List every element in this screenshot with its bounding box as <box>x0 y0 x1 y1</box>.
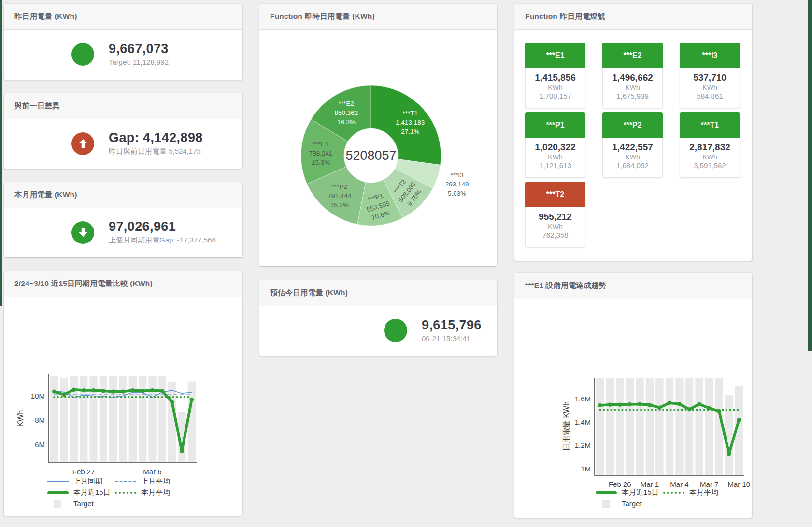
panel-function-status-lights: Function 昨日用電燈號 ***E11,415,856KWh1,700,1… <box>514 4 752 261</box>
series-marker[interactable] <box>91 388 95 392</box>
target-bar[interactable] <box>119 376 127 462</box>
series-marker[interactable] <box>727 452 731 456</box>
series-marker[interactable] <box>638 402 641 406</box>
target-bar[interactable] <box>158 376 166 462</box>
series-marker[interactable] <box>677 402 681 406</box>
arrow-up-icon <box>71 132 94 155</box>
series-marker[interactable] <box>150 388 154 392</box>
target-bar[interactable] <box>685 378 693 475</box>
comparison-line-bar-chart[interactable]: 6M8M10MKWhFeb 27Mar 6 <box>4 297 242 481</box>
panel-estimated-today: 預估今日用電量 (KWh) 9,615,796 06-21 15:34:41 <box>259 280 497 356</box>
target-bar[interactable] <box>60 378 68 462</box>
series-marker[interactable] <box>82 388 85 392</box>
legend-item[interactable]: 本月近15日 <box>47 488 115 497</box>
legend-label: Target <box>622 499 642 508</box>
target-bar[interactable] <box>666 378 673 475</box>
panel-header: 預估今日用電量 (KWh) <box>259 280 497 306</box>
legend-item[interactable]: 上月同期 <box>47 477 115 486</box>
tile-unit: KWh <box>603 153 662 161</box>
target-bar[interactable] <box>675 378 683 475</box>
target-bar[interactable] <box>616 378 624 475</box>
tile-header: ***E2 <box>602 43 663 68</box>
target-bar[interactable] <box>606 378 614 475</box>
series-marker[interactable] <box>141 389 144 393</box>
target-bar[interactable] <box>695 378 703 475</box>
target-bar[interactable] <box>646 378 654 475</box>
series-marker[interactable] <box>72 388 76 392</box>
stat-subtitle: 昨日與前日用電量 5,524,175 <box>109 147 203 156</box>
target-bar[interactable] <box>109 376 117 462</box>
legend-swatch-icon <box>47 481 69 482</box>
series-marker[interactable] <box>111 389 115 393</box>
target-bar[interactable] <box>636 378 643 475</box>
stat-value: 9,615,796 <box>422 318 482 333</box>
series-marker[interactable] <box>190 398 194 401</box>
legend-label: 本月平均 <box>141 488 170 497</box>
e1-trend-line-bar-chart[interactable]: 1M1.2M1.4M1.6M日用電量 KWhFeb 26Mar 1Mar 4Ma… <box>514 299 752 492</box>
series-marker[interactable] <box>170 400 174 404</box>
panel-title: 預估今日用電量 (KWh) <box>270 288 348 298</box>
legend-item[interactable]: 本月近15日 <box>596 488 663 497</box>
legend-label: 上月同期 <box>73 477 102 486</box>
series-marker[interactable] <box>618 403 622 407</box>
legend-item[interactable]: 上月平均 <box>115 477 183 486</box>
stat-estimate: 9,615,796 06-21 15:34:41 <box>259 306 497 355</box>
tile-header: ***P1 <box>525 112 585 138</box>
target-bar[interactable] <box>100 376 107 462</box>
tile-target: 1,700,157 <box>526 92 585 100</box>
panel-title: 昨日用電量 (KWh) <box>14 12 77 22</box>
legend-item[interactable]: Target <box>47 499 115 508</box>
tile-value: 537,710 <box>680 72 740 83</box>
target-bar[interactable] <box>705 378 713 475</box>
legend-item[interactable]: Target <box>596 499 663 508</box>
legend-item[interactable]: 本月平均 <box>115 488 183 497</box>
tile-unit: KWh <box>603 84 662 91</box>
series-marker[interactable] <box>101 389 105 393</box>
legend-row: Target <box>596 498 731 509</box>
legend-swatch-icon <box>115 492 136 494</box>
legend-item[interactable]: 本月平均 <box>663 488 731 497</box>
stat-timestamp: 06-21 15:34:41 <box>422 334 482 342</box>
realtime-usage-donut-chart[interactable]: ***T11,413,18327.1%***I3293,1495.63%***T… <box>259 30 497 266</box>
panel-title: 與前一日差異 <box>14 101 60 111</box>
x-tick-label: Mar 6 <box>143 468 161 476</box>
series-marker[interactable] <box>628 402 632 406</box>
y-tick-label: 1.6M <box>575 395 591 403</box>
light-tile: ***T2955,212KWh762,358 <box>525 182 585 247</box>
status-circle-icon <box>71 43 94 66</box>
panel-header: Function 昨日用電燈號 <box>514 4 752 30</box>
target-bar[interactable] <box>50 376 58 462</box>
legend-row: 上月同期上月平均 <box>47 476 183 487</box>
series-marker[interactable] <box>180 449 184 453</box>
series-marker[interactable] <box>668 401 671 405</box>
series-marker[interactable] <box>697 402 701 406</box>
panel-function-realtime-donut: Function 即時日用電量 (KWh) ***T11,413,18327.1… <box>259 4 497 266</box>
panel-month-usage: 本月用電量 (KWh) 97,026,961 上個月同期用電Gap: -17,3… <box>4 182 242 257</box>
panel-header: 昨日用電量 (KWh) <box>4 4 242 30</box>
panel-title: Function 昨日用電燈號 <box>525 12 605 22</box>
series-marker[interactable] <box>598 403 602 407</box>
right-edge-strip <box>808 0 812 351</box>
target-bar[interactable] <box>188 382 196 462</box>
series-marker[interactable] <box>62 393 66 397</box>
series-marker[interactable] <box>608 403 612 407</box>
light-tile: ***P21,422,557KWh1,684,092 <box>602 112 663 178</box>
series-marker[interactable] <box>737 418 741 422</box>
legend-label: 本月近15日 <box>73 488 111 497</box>
y-tick-label: 1M <box>581 465 591 473</box>
series-marker[interactable] <box>160 389 164 393</box>
target-bar[interactable] <box>596 378 604 475</box>
tile-target: 584,861 <box>680 92 740 100</box>
target-bar[interactable] <box>626 378 634 475</box>
target-bar[interactable] <box>725 395 733 475</box>
series-marker[interactable] <box>648 403 652 407</box>
series-marker[interactable] <box>131 388 135 392</box>
target-bar[interactable] <box>655 378 663 475</box>
y-tick-label: 10M <box>31 392 45 400</box>
x-tick-label: Feb 27 <box>72 468 95 476</box>
tile-unit: KWh <box>526 84 585 91</box>
series-marker[interactable] <box>121 389 125 393</box>
stat-yesterday: 9,667,073 Target: 11,128,992 <box>4 30 242 78</box>
tile-unit: KWh <box>526 223 585 230</box>
series-marker[interactable] <box>52 389 56 393</box>
